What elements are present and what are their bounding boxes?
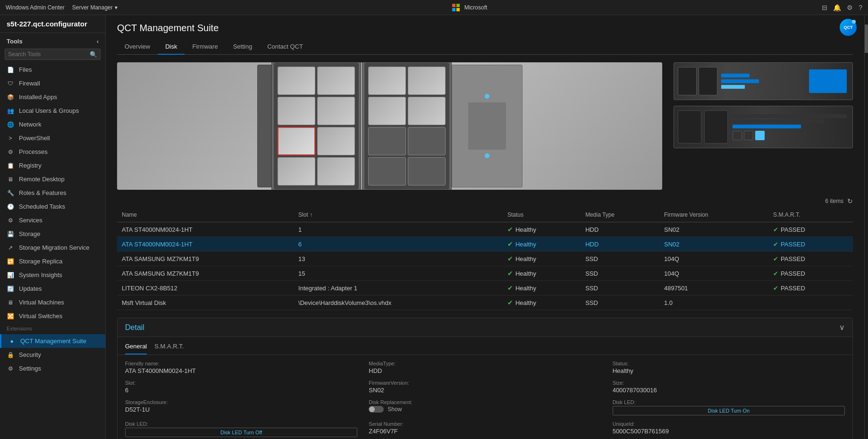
search-tools-input[interactable]	[8, 49, 90, 59]
cell-name-2: ATA SAMSUNG MZ7KM1T9	[117, 252, 294, 266]
sidebar-item-powershell[interactable]: >PowerShell	[0, 131, 105, 145]
sidebar-item-security[interactable]: 🔒Security	[0, 348, 105, 362]
detail-tab-general[interactable]: General	[125, 341, 147, 355]
sidebar-item-virtual-switches[interactable]: 🔀Virtual Switches	[0, 309, 105, 323]
col-firmware[interactable]: Firmware Version	[659, 208, 768, 222]
disk-led-turn-off-button[interactable]: Disk LED Turn Off	[125, 428, 357, 437]
settings-icon[interactable]: ⚙	[847, 4, 853, 11]
nav-icon-services: ⚙	[7, 217, 14, 224]
drive-slot-7[interactable]	[278, 157, 315, 186]
sidebar-item-processes[interactable]: ⚙Processes	[0, 145, 105, 159]
table-row[interactable]: ATA ST4000NM0024-1HT1✔HealthyHDDSN02✔PAS…	[117, 222, 853, 237]
disk-led-turn-on-button[interactable]: Disk LED Turn On	[613, 406, 845, 415]
col-media-type[interactable]: Media Type	[581, 208, 659, 222]
sidebar-item-firewall[interactable]: 🛡Firewall	[0, 76, 105, 90]
refresh-icon[interactable]: ↻	[847, 197, 853, 205]
detail-slot: Slot: 6	[125, 380, 357, 394]
sidebar-item-updates[interactable]: 🔄Updates	[0, 282, 105, 295]
drive-slot-10[interactable]	[408, 67, 446, 95]
detail-tab-smart[interactable]: S.M.A.R.T.	[154, 341, 184, 355]
cell-name-0: ATA ST4000NM0024-1HT	[117, 222, 294, 237]
drive-slot-6[interactable]	[317, 127, 355, 155]
sidebar-item-installed-apps[interactable]: 📦Installed Apps	[0, 90, 105, 104]
minimize-icon[interactable]: ⊟	[822, 4, 827, 11]
cell-name-3: ATA SAMSUNG MZ7KM1T9	[117, 266, 294, 281]
tab-firmware[interactable]: Firmware	[185, 39, 225, 55]
col-status[interactable]: Status	[503, 208, 581, 222]
nav-icon-powershell: >	[7, 135, 14, 142]
nav-icon-firewall: 🛡	[7, 80, 14, 87]
notification-icon[interactable]: 🔔	[833, 4, 841, 11]
cell-media-1: HDD	[581, 237, 659, 252]
cell-slot-0: 1	[294, 222, 503, 237]
sidebar-item-system-insights[interactable]: 📊System Insights	[0, 268, 105, 282]
server-manager-menu[interactable]: Server Manager ▾	[72, 4, 118, 11]
nav-extensions-label: Extensions	[0, 323, 105, 334]
sidebar-item-settings[interactable]: ⚙Settings	[0, 362, 105, 375]
disk-name-link-1[interactable]: ATA ST4000NM0024-1HT	[122, 241, 193, 248]
col-name[interactable]: Name	[117, 208, 294, 222]
sidebar-item-storage-migration[interactable]: ↗Storage Migration Service	[0, 241, 105, 254]
col-slot[interactable]: Slot	[294, 208, 503, 222]
disk-replacement-show-label: Show	[388, 406, 402, 413]
col-smart[interactable]: S.M.A.R.T.	[768, 208, 853, 222]
drive-slot-1[interactable]	[278, 67, 315, 95]
tab-overview[interactable]: Overview	[117, 39, 158, 55]
tab-disk[interactable]: Disk	[158, 39, 185, 55]
sidebar-item-qct[interactable]: ●QCT Management Suite	[0, 334, 105, 348]
led-bottom	[485, 153, 489, 158]
app-title[interactable]: Windows Admin Center	[6, 4, 65, 11]
sidebar-item-storage[interactable]: 💾Storage	[0, 227, 105, 241]
drive-slot-8[interactable]	[317, 157, 355, 186]
nav-icon-files: 📄	[7, 67, 14, 73]
sidebar-item-scheduled-tasks[interactable]: 🕐Scheduled Tasks	[0, 200, 105, 213]
nav-icon-installed-apps: 📦	[7, 94, 14, 101]
drive-slot-16-empty[interactable]	[408, 157, 446, 186]
drive-slot-3[interactable]	[278, 97, 315, 125]
table-row[interactable]: LITEON CX2-8B512Integrated : Adapter 1✔H…	[117, 281, 853, 295]
server-front-image	[674, 62, 853, 100]
sidebar-item-registry[interactable]: 📋Registry	[0, 159, 105, 172]
drive-slot-9[interactable]	[368, 67, 406, 95]
tab-setting[interactable]: Setting	[226, 39, 260, 55]
cell-status-5: ✔Healthy	[503, 295, 581, 310]
sidebar-item-network[interactable]: 🌐Network	[0, 118, 105, 131]
table-row[interactable]: Msft Virtual Disk\Device\HarddiskVolume3…	[117, 295, 853, 310]
drive-slot-15-empty[interactable]	[368, 157, 406, 186]
scrollbar-thumb[interactable]	[865, 25, 868, 53]
table-row[interactable]: ATA SAMSUNG MZ7KM1T915✔HealthySSD104Q✔PA…	[117, 266, 853, 281]
table-row[interactable]: ATA ST4000NM0024-1HT6✔HealthyHDDSN02✔PAS…	[117, 237, 853, 252]
nav-label-registry: Registry	[19, 162, 42, 169]
server-diagram-main[interactable]	[117, 62, 662, 190]
nav-label-system-insights: System Insights	[19, 271, 62, 279]
drive-slot-4[interactable]	[317, 97, 355, 125]
status-text: Healthy	[515, 241, 536, 248]
sidebar-item-roles-features[interactable]: 🔧Roles & Features	[0, 186, 105, 200]
scrollbar[interactable]	[864, 15, 868, 439]
drive-slot-5-selected[interactable]	[278, 127, 315, 155]
collapse-sidebar-button[interactable]: ‹	[97, 38, 99, 45]
sidebar-item-storage-replica[interactable]: 🔁Storage Replica	[0, 254, 105, 268]
detail-expand-button[interactable]: ∨	[839, 323, 845, 332]
table-row[interactable]: ATA SAMSUNG MZ7KM1T913✔HealthySSD104Q✔PA…	[117, 252, 853, 266]
disk-table: Name Slot Status Media Type Firmware Ver…	[117, 208, 853, 310]
sidebar-nav: 📄Files🛡Firewall📦Installed Apps👥Local Use…	[0, 63, 105, 439]
tab-contact-qct[interactable]: Contact QCT	[260, 39, 311, 55]
sidebar-item-local-users[interactable]: 👥Local Users & Groups	[0, 104, 105, 118]
drive-slot-13-empty[interactable]	[368, 127, 406, 155]
drive-slot-12[interactable]	[408, 97, 446, 125]
drive-slot-11[interactable]	[368, 97, 406, 125]
detail-serial-number: Serial Number: Z4F06V7F	[369, 421, 601, 437]
cell-slot-2: 13	[294, 252, 503, 266]
sidebar-item-virtual-machines[interactable]: 🖥Virtual Machines	[0, 295, 105, 309]
sidebar-item-remote-desktop[interactable]: 🖥Remote Desktop	[0, 172, 105, 186]
server-right-panel	[452, 65, 522, 187]
sidebar-item-services[interactable]: ⚙Services	[0, 213, 105, 227]
disk-replacement-toggle-track[interactable]	[369, 406, 384, 413]
content-area: QCT Management Suite OverviewDiskFirmwar…	[106, 15, 864, 439]
search-tools-container: 🔍	[5, 49, 101, 60]
help-icon[interactable]: ?	[859, 4, 862, 11]
sidebar-item-files[interactable]: 📄Files	[0, 63, 105, 76]
drive-slot-14-empty[interactable]	[408, 127, 446, 155]
drive-slot-2[interactable]	[317, 67, 355, 95]
